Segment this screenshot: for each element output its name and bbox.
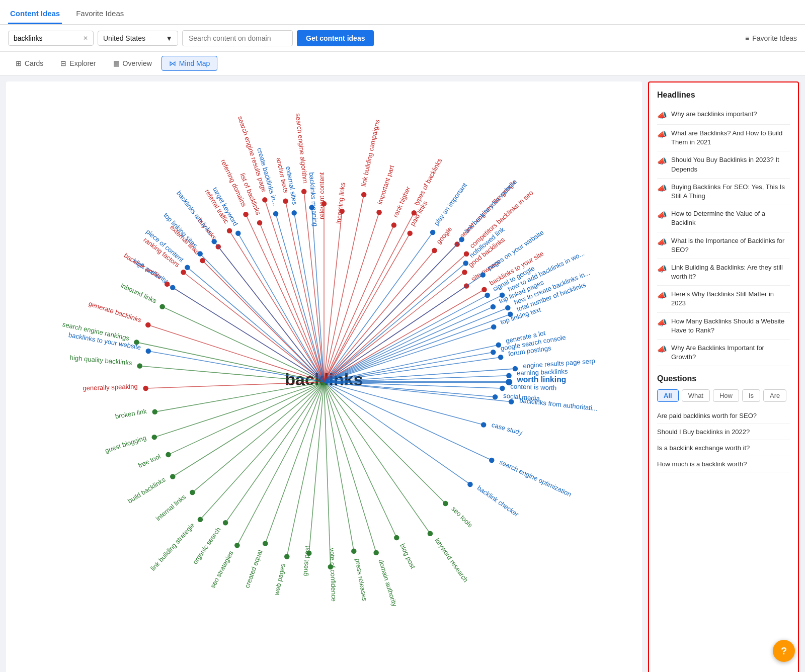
svg-line-117 — [324, 211, 342, 382]
favorite-ideas-link[interactable]: ≡ Favorite Ideas — [745, 34, 797, 42]
svg-line-36 — [324, 382, 331, 567]
svg-point-43 — [284, 554, 290, 559]
clear-keyword-icon[interactable]: ✕ — [83, 35, 88, 42]
headline-item[interactable]: 📣 What is the Importance of Backlinks fo… — [657, 232, 790, 259]
svg-point-217 — [500, 386, 505, 391]
svg-text:backlinks meaning: backlinks meaning — [308, 172, 319, 227]
svg-point-220 — [509, 399, 514, 404]
explorer-icon: ⊟ — [60, 59, 66, 67]
svg-text:seo tools: seo tools — [450, 505, 474, 529]
svg-point-31 — [373, 550, 379, 555]
svg-line-156 — [324, 295, 502, 382]
favorite-ideas-label: Favorite Ideas — [752, 34, 797, 42]
svg-point-214 — [506, 373, 512, 378]
svg-text:free tool: free tool — [137, 453, 162, 470]
svg-point-145 — [462, 270, 467, 275]
tab-cards[interactable]: ⊞ Cards — [8, 56, 51, 71]
svg-line-60 — [173, 382, 324, 477]
mindmap-icon: ⋈ — [169, 59, 176, 67]
svg-point-181 — [291, 210, 297, 216]
svg-point-226 — [412, 210, 417, 216]
mindmap-area[interactable]: backlinks worth linkingtotal number of b… — [6, 81, 642, 672]
filter-btn-how[interactable]: How — [713, 389, 739, 402]
filter-btn-are[interactable]: Are — [763, 389, 786, 402]
question-item[interactable]: Are paid backlinks worth for SEO? — [657, 408, 790, 424]
tab-explorer[interactable]: ⊟ Explorer — [53, 56, 103, 71]
chevron-down-icon: ▼ — [166, 34, 173, 42]
svg-text:search engine optimization: search engine optimization — [498, 458, 573, 498]
headline-item[interactable]: 📣 Why are backlinks important? — [657, 106, 790, 125]
overview-label: Overview — [123, 59, 152, 67]
svg-text:generate backlinks: generate backlinks — [88, 300, 142, 324]
headline-item[interactable]: 📣 Here's Why Backlinks Still Matter in 2… — [657, 286, 790, 312]
headline-icon: 📣 — [657, 264, 667, 274]
headline-text: Why Are Backlinks Important for Growth? — [671, 344, 790, 362]
domain-search-input[interactable] — [182, 30, 293, 46]
svg-point-124 — [376, 210, 382, 215]
svg-line-123 — [324, 212, 379, 382]
svg-point-7 — [491, 350, 496, 355]
svg-text:guest blogging: guest blogging — [104, 434, 147, 455]
filter-btn-all[interactable]: All — [657, 389, 679, 402]
headline-icon: 📣 — [657, 291, 667, 300]
headline-text: Why are backlinks important? — [671, 110, 757, 119]
svg-point-85 — [159, 304, 165, 309]
svg-point-70 — [152, 409, 157, 415]
tab-mindmap[interactable]: ⋈ Mind Map — [162, 56, 217, 71]
tab-overview[interactable]: ▦ Overview — [106, 56, 159, 71]
headline-text: How Many Backlinks Should a Website Have… — [671, 317, 790, 335]
headline-item[interactable]: 📣 Should You Buy Backlinks in 2023? It D… — [657, 151, 790, 178]
svg-point-109 — [283, 199, 288, 204]
toolbar: ✕ United States ▼ Get content ideas ≡ Fa… — [0, 25, 805, 52]
headline-item[interactable]: 📣 How to Determine the Value of a Backli… — [657, 205, 790, 232]
headline-text: What are Backlinks? And How to Build The… — [671, 129, 790, 147]
svg-text:search engine algorithm: search engine algorithm — [294, 113, 309, 184]
svg-text:rank higher: rank higher — [391, 185, 412, 219]
svg-line-225 — [324, 213, 414, 382]
sidebar-panel: Headlines 📣 Why are backlinks important?… — [648, 81, 799, 672]
app-header: Content Ideas Favorite Ideas — [0, 0, 805, 25]
svg-point-25 — [428, 531, 433, 537]
question-item[interactable]: Should I Buy backlinks in 2022? — [657, 424, 790, 440]
svg-point-106 — [262, 197, 268, 203]
question-item[interactable]: How much is a backlink worth? — [657, 456, 790, 472]
headline-item[interactable]: 📣 Why Are Backlinks Important for Growth… — [657, 340, 790, 366]
headline-item[interactable]: 📣 What are Backlinks? And How to Build T… — [657, 125, 790, 151]
country-select[interactable]: United States ▼ — [98, 31, 178, 46]
get-ideas-button[interactable]: Get content ideas — [297, 30, 374, 46]
svg-line-105 — [265, 200, 324, 382]
headline-icon: 📣 — [657, 237, 667, 247]
questions-section: Questions AllWhatHowIsAre Are paid backl… — [657, 374, 790, 472]
questions-filter: AllWhatHowIsAre — [657, 389, 790, 402]
help-button[interactable]: ? — [773, 640, 795, 662]
svg-text:internal links: internal links — [154, 493, 188, 523]
svg-line-90 — [184, 272, 324, 382]
question-item[interactable]: Is a backlink exchange worth it? — [657, 440, 790, 456]
headline-item[interactable]: 📣 How Many Backlinks Should a Website Ha… — [657, 313, 790, 340]
svg-point-112 — [301, 189, 307, 195]
headline-item[interactable]: 📣 Link Building & Backlinks: Are they st… — [657, 259, 790, 286]
svg-point-91 — [181, 270, 186, 275]
svg-point-160 — [505, 305, 511, 311]
svg-text:backlinks from authoritati...: backlinks from authoritati... — [519, 396, 598, 412]
headline-icon: 📣 — [657, 345, 667, 354]
view-tabs: ⊞ Cards ⊟ Explorer ▦ Overview ⋈ Mind Map — [0, 52, 805, 75]
svg-line-18 — [324, 382, 470, 484]
svg-point-61 — [170, 474, 176, 479]
tab-favorite-ideas[interactable]: Favorite Ideas — [74, 4, 126, 24]
svg-point-46 — [263, 541, 268, 546]
overview-icon: ▦ — [113, 59, 120, 67]
headline-text: Buying Backlinks For SEO: Yes, This Is S… — [671, 183, 790, 201]
svg-line-63 — [169, 382, 324, 455]
headline-item[interactable]: 📣 Buying Backlinks For SEO: Yes, This Is… — [657, 179, 790, 205]
svg-point-121 — [361, 192, 367, 198]
tab-content-ideas[interactable]: Content Ideas — [8, 4, 62, 24]
svg-line-201 — [324, 327, 494, 382]
filter-btn-is[interactable]: Is — [742, 389, 760, 402]
svg-line-99 — [229, 231, 324, 382]
svg-text:backlink checker: backlink checker — [476, 484, 521, 518]
keyword-input[interactable] — [14, 34, 79, 42]
svg-text:organic search: organic search — [191, 526, 222, 565]
svg-point-55 — [198, 517, 203, 523]
filter-btn-what[interactable]: What — [682, 389, 710, 402]
